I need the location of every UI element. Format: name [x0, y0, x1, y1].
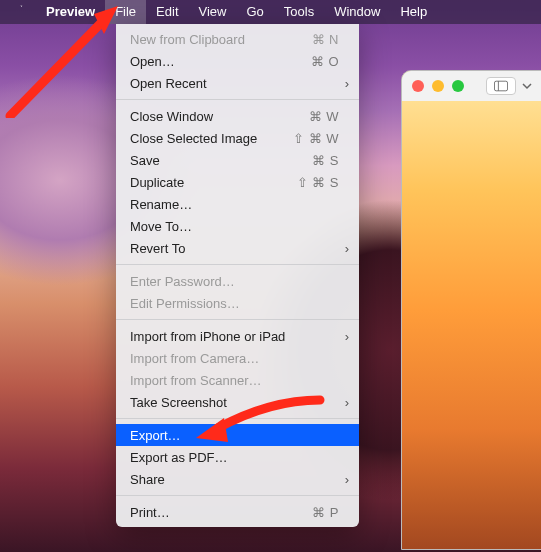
menu-shortcut: ⌘ S	[312, 153, 339, 168]
menu-item[interactable]: Close Selected Image⇧ ⌘ W	[116, 127, 359, 149]
menu-shortcut: ⇧ ⌘ S	[297, 175, 339, 190]
menubar-item-help[interactable]: Help	[390, 0, 437, 24]
sidebar-toggle-button[interactable]	[486, 77, 516, 95]
menu-item-label: Export as PDF…	[130, 450, 339, 465]
menu-shortcut: ⌘ P	[312, 505, 339, 520]
menu-item[interactable]: Export as PDF…	[116, 446, 359, 468]
menu-item: Edit Permissions…	[116, 292, 359, 314]
window-titlebar	[402, 71, 541, 101]
menu-separator	[116, 418, 359, 419]
menu-item-label: Duplicate	[130, 175, 297, 190]
menu-item[interactable]: Open…⌘ O	[116, 50, 359, 72]
menu-item[interactable]: Open Recent›	[116, 72, 359, 94]
menu-item: Import from Camera…	[116, 347, 359, 369]
menu-shortcut: ⌘ W	[309, 109, 339, 124]
menu-item-label: Import from Camera…	[130, 351, 339, 366]
menu-shortcut: ⌘ N	[312, 32, 340, 47]
menu-item-label: Revert To	[130, 241, 339, 256]
file-menu-dropdown: New from Clipboard⌘ NOpen…⌘ OOpen Recent…	[116, 24, 359, 527]
menu-item-label: New from Clipboard	[130, 32, 312, 47]
preview-window	[401, 70, 541, 550]
menubar-item-window[interactable]: Window	[324, 0, 390, 24]
menu-item-label: Edit Permissions…	[130, 296, 339, 311]
menubar-item-go[interactable]: Go	[236, 0, 273, 24]
menubar-app-name[interactable]: Preview	[36, 0, 105, 24]
menu-item: Import from Scanner…	[116, 369, 359, 391]
svg-rect-0	[494, 81, 507, 91]
menubar-item-file[interactable]: File	[105, 0, 146, 24]
menu-item-label: Export…	[130, 428, 339, 443]
menu-item-label: Take Screenshot	[130, 395, 339, 410]
menu-item-label: Move To…	[130, 219, 339, 234]
menu-item-label: Import from Scanner…	[130, 373, 339, 388]
menu-separator	[116, 319, 359, 320]
zoom-icon[interactable]	[452, 80, 464, 92]
menu-separator	[116, 99, 359, 100]
menu-item-label: Open Recent	[130, 76, 339, 91]
menu-item: New from Clipboard⌘ N	[116, 28, 359, 50]
chevron-down-icon[interactable]	[522, 77, 532, 95]
menu-item[interactable]: Close Window⌘ W	[116, 105, 359, 127]
chevron-right-icon: ›	[345, 329, 349, 344]
menu-separator	[116, 264, 359, 265]
menu-shortcut: ⇧ ⌘ W	[293, 131, 339, 146]
menubar-item-tools[interactable]: Tools	[274, 0, 324, 24]
menu-item-label: Close Selected Image	[130, 131, 293, 146]
menu-item: Enter Password…	[116, 270, 359, 292]
menu-item[interactable]: Print…⌘ P	[116, 501, 359, 523]
minimize-icon[interactable]	[432, 80, 444, 92]
menu-shortcut: ⌘ O	[311, 54, 339, 69]
menu-item[interactable]: Revert To›	[116, 237, 359, 259]
menu-item-label: Print…	[130, 505, 312, 520]
menubar: Preview File Edit View Go Tools Window H…	[0, 0, 541, 24]
menu-item[interactable]: Move To…	[116, 215, 359, 237]
chevron-right-icon: ›	[345, 472, 349, 487]
apple-menu-icon[interactable]	[12, 5, 26, 19]
close-icon[interactable]	[412, 80, 424, 92]
menu-item[interactable]: Take Screenshot›	[116, 391, 359, 413]
menu-item[interactable]: Rename…	[116, 193, 359, 215]
menu-item[interactable]: Share›	[116, 468, 359, 490]
chevron-right-icon: ›	[345, 76, 349, 91]
menubar-item-edit[interactable]: Edit	[146, 0, 188, 24]
menu-item[interactable]: Duplicate⇧ ⌘ S	[116, 171, 359, 193]
menu-item-label: Enter Password…	[130, 274, 339, 289]
menu-item[interactable]: Save⌘ S	[116, 149, 359, 171]
menu-item-label: Open…	[130, 54, 311, 69]
menu-item-label: Import from iPhone or iPad	[130, 329, 339, 344]
traffic-lights	[412, 80, 464, 92]
menu-item[interactable]: Import from iPhone or iPad›	[116, 325, 359, 347]
chevron-right-icon: ›	[345, 395, 349, 410]
menu-item-label: Rename…	[130, 197, 339, 212]
menu-item-label: Share	[130, 472, 339, 487]
menu-item-label: Save	[130, 153, 312, 168]
menu-separator	[116, 495, 359, 496]
menu-item[interactable]: Export…	[116, 424, 359, 446]
menu-item-label: Close Window	[130, 109, 309, 124]
menubar-item-view[interactable]: View	[189, 0, 237, 24]
chevron-right-icon: ›	[345, 241, 349, 256]
